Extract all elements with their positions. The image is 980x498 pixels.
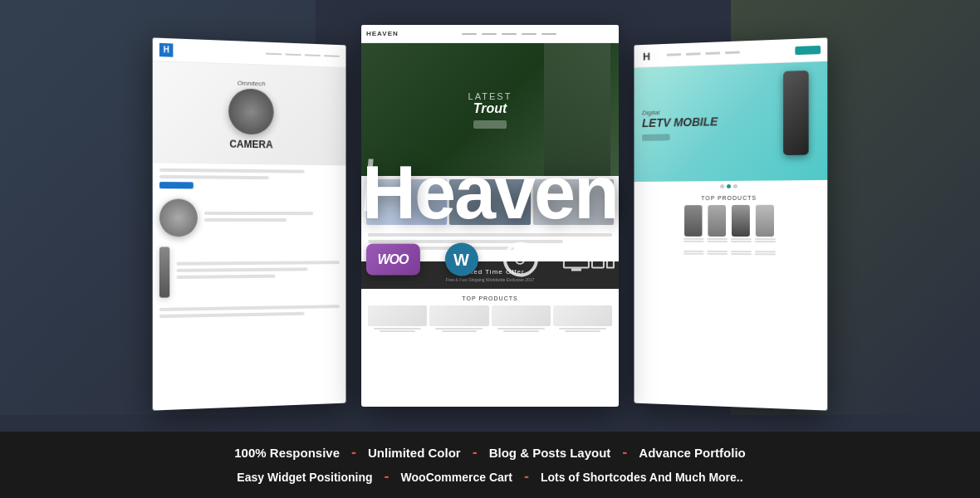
dot-3 — [733, 184, 737, 188]
r-price-2 — [707, 250, 728, 256]
r-phone-line-4b — [754, 241, 775, 242]
tp-img-4 — [553, 305, 612, 326]
center-content-1 — [361, 228, 619, 258]
center-logo: HEAVEN — [366, 30, 399, 37]
c-nav-5 — [541, 33, 556, 35]
fashion-thumb-2 — [449, 179, 530, 225]
c-nav-2 — [482, 33, 497, 35]
phone-body — [783, 71, 809, 155]
right-products-label: TOP PRODUCTS — [640, 194, 821, 201]
bottom-bar: 100% Responsive - Unlimited Color - Blog… — [0, 432, 980, 498]
features-row-2: Easy Widget Positioning - WooCommerce Ca… — [227, 468, 752, 486]
promo-title: Limited Time Offer — [370, 268, 610, 276]
rp-line-4 — [754, 251, 775, 252]
camera-circle — [228, 88, 273, 134]
r-phone-img-3 — [732, 205, 750, 237]
rp-line-4b — [754, 253, 775, 255]
info-line-2 — [204, 217, 287, 221]
extra-line-2 — [159, 312, 305, 318]
tp-img-3 — [492, 305, 551, 326]
r-phone-img-1 — [684, 205, 702, 237]
tp-line-3b — [503, 330, 539, 332]
tp-line-4b — [565, 330, 600, 332]
r-phone-line-3a — [730, 238, 751, 240]
mock-left-nav — [266, 52, 340, 56]
mockup-left: H Omnitech CAMERA — [153, 37, 346, 410]
r-price-3 — [730, 250, 751, 256]
nav-line-4 — [324, 55, 340, 57]
r-phone-line-1a — [684, 238, 703, 240]
r-phone-line-2b — [707, 241, 728, 242]
tp-line-2a — [435, 328, 483, 330]
hero-latest: LATEST — [468, 91, 512, 101]
r-nav-3 — [705, 51, 720, 55]
mock-center-header: HEAVEN — [361, 25, 619, 43]
content-area: H Omnitech CAMERA — [0, 0, 980, 432]
r-nav-1 — [667, 53, 681, 56]
small-product-row — [153, 193, 346, 242]
slim-info-3 — [176, 275, 275, 279]
sep-3: - — [620, 444, 629, 461]
r-phone-img-4 — [756, 205, 774, 237]
sep-r2-2: - — [522, 468, 531, 486]
rp-line-2 — [707, 251, 728, 252]
mock-center-hero: LATEST Trout — [361, 43, 619, 176]
right-top-products: TOP PRODUCTS — [634, 191, 827, 260]
right-header-btn — [795, 45, 821, 54]
fashion-thumbnails — [361, 176, 619, 228]
fashion-thumb-3 — [533, 179, 614, 225]
nav-line-1 — [266, 52, 282, 55]
main-container: H Omnitech CAMERA — [0, 0, 980, 498]
camera-brand: Omnitech — [228, 79, 273, 88]
small-cam — [159, 198, 198, 237]
hero-person — [544, 43, 610, 176]
top-product-2 — [429, 305, 488, 333]
center-line-2 — [368, 240, 563, 243]
center-line-1 — [368, 233, 612, 237]
r-price-1 — [684, 250, 703, 256]
c-nav-4 — [522, 33, 537, 35]
mock-left-logo: H — [159, 42, 173, 56]
tp-line-2b — [442, 330, 478, 332]
r-phone-line-4a — [754, 238, 775, 240]
feature-woocommerce: WooCommerce Cart — [391, 471, 522, 484]
features-row-1: 100% Responsive - Unlimited Color - Blog… — [224, 444, 755, 461]
r-phone-line-2a — [707, 238, 728, 240]
mock-left-hero: Omnitech CAMERA — [153, 61, 346, 165]
letv-cta-btn — [642, 134, 670, 141]
center-nav — [405, 33, 614, 35]
tp-line-1b — [380, 330, 415, 332]
mockup-center: HEAVEN LATEST Trout — [361, 25, 619, 407]
feature-color: Unlimited Color — [358, 446, 471, 460]
phone-mockup — [777, 71, 815, 173]
slim-info-2 — [176, 267, 307, 272]
rp-line-3 — [730, 251, 751, 252]
r-phone-1 — [684, 205, 703, 243]
top-product-3 — [492, 305, 551, 333]
center-line-3 — [368, 247, 514, 250]
content-btn-1 — [159, 182, 194, 188]
nav-line-3 — [305, 54, 321, 56]
top-products-label: TOP PRODUCTS — [368, 295, 612, 301]
r-nav-2 — [686, 52, 701, 56]
content-line-2 — [159, 175, 269, 179]
tp-line-1a — [374, 328, 421, 330]
sep-2: - — [471, 444, 479, 461]
right-price-row — [640, 249, 821, 256]
c-nav-1 — [462, 33, 477, 35]
dot-1 — [720, 184, 724, 188]
mock-left-content-2 — [153, 300, 346, 326]
content-line-1 — [159, 168, 305, 173]
r-phone-2 — [707, 205, 728, 243]
rp-line-3b — [730, 253, 751, 255]
feature-blog: Blog & Posts Layout — [479, 446, 621, 460]
right-phones-row — [640, 205, 821, 244]
slim-info-1 — [176, 261, 339, 266]
hero-cta-btn — [473, 120, 507, 129]
letv-mobile: LETV MOBILE — [642, 115, 718, 129]
r-phone-4 — [754, 205, 775, 243]
r-phone-img-2 — [708, 205, 726, 237]
dot-2 — [727, 184, 731, 188]
nav-line-2 — [285, 53, 301, 56]
c-nav-3 — [502, 33, 517, 35]
